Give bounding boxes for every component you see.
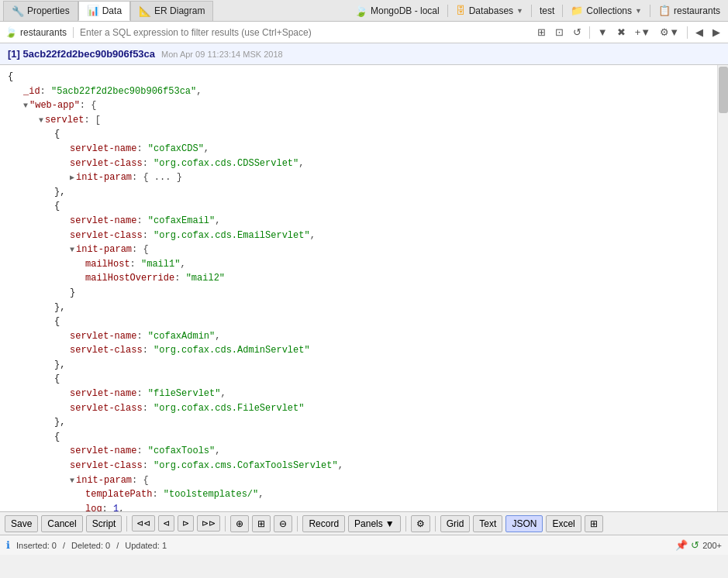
nav-next-btn[interactable]: ⊳	[178, 515, 194, 532]
db-name-label: test	[540, 5, 554, 16]
json-line: ▼servlet: [	[8, 113, 709, 128]
caret-initparam2[interactable]: ▼	[70, 246, 74, 254]
doc-header: [1] 5acb22f2d2bec90b906f53ca Mon Apr 09 …	[0, 43, 728, 65]
json-line: servlet-class: "org.cofax.cds.AdminServl…	[8, 343, 709, 358]
fit-width-btn[interactable]: ⊞	[534, 25, 549, 40]
tb-sep3	[297, 516, 298, 532]
data-icon: 📊	[87, 5, 99, 16]
caret-initparam3[interactable]: ▼	[70, 477, 74, 485]
collections-item[interactable]: 📁 Collections ▼	[566, 3, 647, 18]
nav-fwd-btn[interactable]: ▶	[709, 25, 723, 40]
tab-bar: 🔧 Properties 📊 Data 📐 ER Diagram 🍃 Mongo…	[0, 0, 728, 22]
filter-bar: 🍃 restaurants ⊞ ⊡ ↺ ▼ ✖ +▼ ⚙▼ ◀ ▶	[0, 22, 728, 43]
tab-er-label: ER Diagram	[154, 5, 205, 16]
filter-apply-btn[interactable]: ▼	[595, 25, 611, 40]
json-line: },	[8, 415, 709, 430]
tab-properties[interactable]: 🔧 Properties	[3, 1, 78, 21]
collection-name-label: restaurants	[674, 5, 720, 16]
nav-prev-btn[interactable]: ⊲	[158, 515, 174, 532]
sep2	[531, 5, 532, 17]
del-row-btn[interactable]: ⊖	[274, 515, 292, 532]
filter-options-btn[interactable]: ⚙▼	[657, 25, 682, 40]
refresh-status-btn[interactable]: ↺	[691, 539, 699, 551]
json-line: },	[8, 358, 709, 373]
deleted-status: Deleted: 0	[71, 541, 110, 550]
info-icon: ℹ	[6, 539, 10, 551]
databases-item[interactable]: 🗄 Databases ▼	[451, 3, 528, 18]
json-line: ▼"web-app": {	[8, 98, 709, 113]
pin-icon: 📌	[675, 539, 688, 551]
panels-label: Panels	[354, 518, 383, 529]
caret-initparam1[interactable]: ▶	[70, 174, 74, 182]
main-area: { _id: "5acb22f2d2bec90b906f53ca", ▼"web…	[0, 65, 728, 511]
json-line: },	[8, 185, 709, 200]
json-line: servlet-class: "org.cofax.cds.CDSServlet…	[8, 157, 709, 171]
mongodb-label: MongoDB - local	[371, 5, 440, 16]
json-line: mailHost: "mail1",	[8, 257, 709, 272]
collection-filter-label: restaurants	[20, 27, 74, 38]
collections-icon: 📁	[571, 5, 583, 16]
count-status: 200+	[702, 541, 722, 550]
collection-filter-icon: 🍃	[5, 26, 17, 38]
updated-status: Updated: 1	[125, 541, 167, 550]
vertical-scrollbar[interactable]	[717, 65, 728, 511]
cancel-button[interactable]: Cancel	[41, 515, 82, 532]
add-row-btn[interactable]: ⊕	[230, 515, 249, 532]
caret-servlet[interactable]: ▼	[39, 116, 43, 125]
json-button[interactable]: JSON	[505, 515, 543, 532]
tab-data[interactable]: 📊 Data	[78, 1, 130, 21]
er-icon: 📐	[139, 5, 151, 17]
refresh-btn[interactable]: ↺	[570, 25, 585, 40]
filter-input[interactable]	[80, 27, 531, 38]
caret-webapp[interactable]: ▼	[23, 101, 28, 110]
status-bar: ℹ Inserted: 0 / Deleted: 0 / Updated: 1 …	[0, 535, 728, 555]
tab-er-diagram[interactable]: 📐 ER Diagram	[130, 1, 213, 21]
tb-sep1	[126, 516, 127, 532]
panels-button[interactable]: Panels ▼	[348, 515, 401, 532]
nav-first-btn[interactable]: ⊲⊲	[132, 515, 155, 532]
excel-button[interactable]: Excel	[546, 515, 581, 532]
json-line: {	[8, 372, 709, 387]
json-line: }	[8, 286, 709, 301]
db-name-item[interactable]: test	[535, 4, 559, 18]
filter-clear-btn[interactable]: ✖	[614, 25, 629, 40]
sep4	[650, 5, 650, 17]
tb-sep4	[405, 516, 406, 532]
text-button[interactable]: Text	[473, 515, 502, 532]
dup-row-btn[interactable]: ⊞	[252, 515, 271, 532]
collections-chevron: ▼	[635, 7, 642, 15]
json-line: {	[8, 430, 709, 445]
json-line: servlet-name: "cofaxEmail",	[8, 214, 709, 229]
json-line: servlet-class: "org.cofax.cds.FileServle…	[8, 401, 709, 416]
filter-add-btn[interactable]: +▼	[632, 25, 654, 40]
nav-last-btn[interactable]: ⊳⊳	[197, 515, 220, 532]
grid-button[interactable]: Grid	[440, 515, 471, 532]
fit-btn[interactable]: ⊡	[552, 25, 567, 40]
json-content[interactable]: { _id: "5acb22f2d2bec90b906f53ca", ▼"web…	[0, 65, 717, 511]
databases-icon: 🗄	[456, 5, 466, 16]
settings-btn[interactable]: ⚙	[411, 515, 430, 532]
script-button[interactable]: Script	[86, 515, 122, 532]
tab-data-label: Data	[102, 5, 122, 16]
doc-id: [1] 5acb22f2d2bec90b906f53ca	[8, 48, 155, 60]
databases-chevron: ▼	[516, 7, 523, 15]
collections-label: Collections	[586, 5, 632, 16]
json-line: servlet-class: "org.cofax.cms.CofaxTools…	[8, 459, 709, 473]
properties-icon: 🔧	[12, 5, 24, 17]
tb-sep2	[225, 516, 226, 532]
nav-back-btn[interactable]: ◀	[692, 25, 706, 40]
json-line: servlet-class: "org.cofax.cds.EmailServl…	[8, 229, 709, 243]
databases-label: Databases	[469, 5, 513, 16]
doc-timestamp: Mon Apr 09 11:23:14 MSK 2018	[161, 50, 283, 59]
record-button[interactable]: Record	[302, 515, 345, 532]
mongodb-connection[interactable]: 🍃 MongoDB - local	[350, 3, 444, 19]
status-sep1: /	[63, 541, 65, 550]
mongodb-icon: 🍃	[354, 5, 367, 17]
collection-name-item[interactable]: 📋 restaurants	[654, 3, 725, 18]
more-btn[interactable]: ⊞	[585, 515, 603, 532]
inserted-status: Inserted: 0	[16, 541, 57, 550]
collection-icon: 📋	[658, 5, 671, 16]
save-button[interactable]: Save	[5, 515, 38, 532]
status-sep2: /	[116, 541, 119, 550]
sep1	[447, 5, 448, 17]
